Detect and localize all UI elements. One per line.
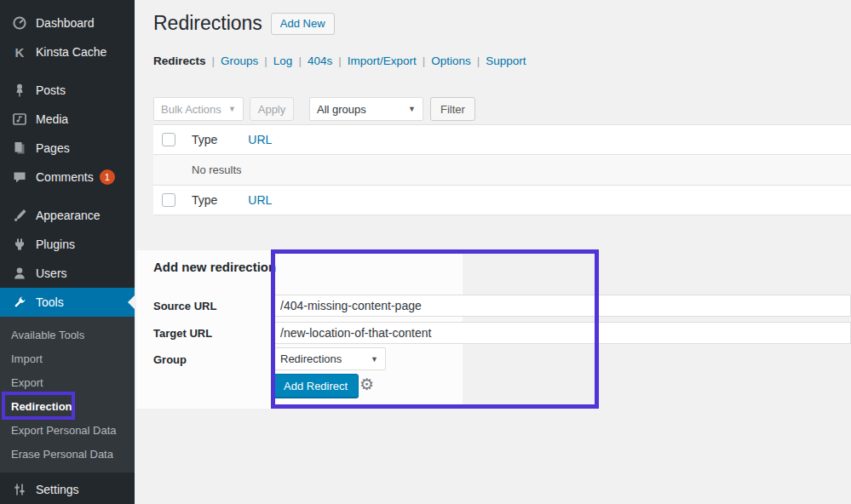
sidebar-item-label: Kinsta Cache — [36, 45, 106, 59]
comments-count-badge: 1 — [100, 169, 115, 185]
empty-results-row: No results — [153, 155, 851, 186]
submenu-item-import[interactable]: Import — [0, 347, 135, 371]
plugin-nav-tabs: Redirects | Groups | Log | 404s | Import… — [153, 54, 526, 67]
tab-log[interactable]: Log — [273, 54, 293, 67]
submenu-item-available-tools[interactable]: Available Tools — [0, 324, 135, 347]
tools-icon — [11, 295, 28, 310]
table-header-row: Type URL — [153, 125, 851, 155]
column-header-url[interactable]: URL — [248, 133, 272, 146]
group-select[interactable]: Redirections ▼ — [273, 347, 386, 370]
sidebar-item-label: Tools — [36, 295, 64, 309]
pin-icon — [11, 83, 28, 98]
dashboard-icon — [11, 15, 28, 31]
column-footer-type: Type — [192, 193, 217, 207]
tab-support[interactable]: Support — [486, 54, 526, 67]
filter-button[interactable]: Filter — [430, 97, 475, 121]
table-footer-row: Type URL — [153, 186, 851, 215]
tab-redirects[interactable]: Redirects — [153, 54, 206, 67]
admin-sidebar: Dashboard K Kinsta Cache Posts Media Pag… — [0, 0, 135, 504]
bulk-actions-select[interactable]: Bulk Actions ▼ — [153, 97, 244, 121]
sidebar-item-label: Users — [36, 266, 67, 280]
settings-icon — [11, 482, 28, 497]
submenu-item-redirection[interactable]: Redirection — [0, 395, 135, 419]
submenu-item-erase-personal-data[interactable]: Erase Personal Data — [0, 443, 135, 467]
sidebar-item-comments[interactable]: Comments 1 — [0, 163, 135, 192]
tab-separator: | — [298, 54, 302, 67]
group-label: Group — [153, 353, 187, 366]
appearance-icon — [11, 208, 28, 223]
menu-separator — [0, 192, 135, 201]
tab-separator: | — [477, 54, 480, 67]
sidebar-item-media[interactable]: Media — [0, 105, 135, 134]
tab-separator: | — [212, 54, 216, 67]
main-content: Redirections Add New Redirects | Groups … — [135, 0, 851, 504]
empty-results-message: No results — [192, 163, 242, 176]
sidebar-item-label: Settings — [36, 483, 79, 496]
group-select-value: Redirections — [280, 352, 342, 365]
submenu-item-export[interactable]: Export — [0, 371, 135, 395]
target-url-input[interactable] — [273, 322, 851, 344]
gear-icon[interactable]: ⚙ — [359, 376, 374, 392]
sidebar-item-posts[interactable]: Posts — [0, 76, 135, 105]
page-title: Redirections — [153, 11, 262, 37]
sidebar-item-settings[interactable]: Settings — [0, 475, 135, 504]
dropdown-arrow-icon: ▼ — [228, 105, 236, 113]
sidebar-item-dashboard[interactable]: Dashboard — [0, 9, 135, 37]
redirects-table: Type URL No results Type URL — [153, 124, 851, 215]
group-filter-value: All groups — [317, 103, 366, 116]
source-url-label: Source URL — [153, 300, 216, 312]
tab-separator: | — [423, 54, 426, 67]
panel-heading: Add new redirection — [153, 260, 276, 274]
sidebar-item-appearance[interactable]: Appearance — [0, 201, 135, 230]
sidebar-item-tools[interactable]: Tools — [0, 288, 135, 317]
tab-groups[interactable]: Groups — [221, 54, 258, 67]
sidebar-item-pages[interactable]: Pages — [0, 134, 135, 163]
sidebar-item-label: Appearance — [36, 209, 101, 222]
tab-import-export[interactable]: Import/Export — [348, 54, 417, 67]
bulk-actions-value: Bulk Actions — [161, 103, 221, 116]
column-footer-url[interactable]: URL — [248, 193, 272, 207]
tools-submenu: Available Tools Import Export Redirectio… — [0, 317, 135, 472]
sidebar-item-plugins[interactable]: Plugins — [0, 230, 135, 259]
menu-separator — [0, 66, 135, 76]
kinsta-icon: K — [11, 45, 28, 60]
sidebar-item-label: Posts — [36, 83, 66, 97]
dropdown-arrow-icon: ▼ — [371, 355, 378, 364]
group-filter-select[interactable]: All groups ▼ — [309, 97, 423, 121]
add-redirect-button[interactable]: Add Redirect — [273, 374, 359, 398]
sidebar-item-label: Dashboard — [36, 16, 95, 30]
tab-separator: | — [338, 54, 342, 67]
target-url-label: Target URL — [153, 327, 212, 340]
tab-separator: | — [264, 54, 267, 67]
apply-button[interactable]: Apply — [250, 97, 294, 121]
tab-404s[interactable]: 404s — [308, 54, 332, 67]
list-toolbar: Bulk Actions ▼ Apply All groups ▼ Filter — [153, 97, 475, 121]
users-icon — [11, 266, 28, 281]
page-header: Redirections Add New — [153, 11, 335, 37]
source-url-input[interactable] — [273, 295, 851, 317]
sidebar-item-kinsta-cache[interactable]: K Kinsta Cache — [0, 37, 135, 66]
sidebar-item-label: Plugins — [36, 238, 75, 251]
column-header-type: Type — [192, 133, 217, 146]
tab-options[interactable]: Options — [431, 54, 471, 67]
add-new-button[interactable]: Add New — [271, 13, 335, 35]
submenu-item-export-personal-data[interactable]: Export Personal Data — [0, 419, 135, 443]
sidebar-item-label: Media — [36, 112, 68, 126]
sidebar-item-label: Comments — [36, 170, 94, 184]
media-icon — [11, 112, 28, 127]
comments-icon — [11, 169, 28, 185]
select-all-checkbox[interactable] — [162, 133, 175, 146]
plugins-icon — [11, 237, 28, 252]
select-all-checkbox[interactable] — [162, 193, 175, 207]
dropdown-arrow-icon: ▼ — [408, 105, 416, 113]
sidebar-item-label: Pages — [36, 141, 70, 155]
sidebar-item-users[interactable]: Users — [0, 259, 135, 288]
pages-icon — [11, 140, 28, 156]
